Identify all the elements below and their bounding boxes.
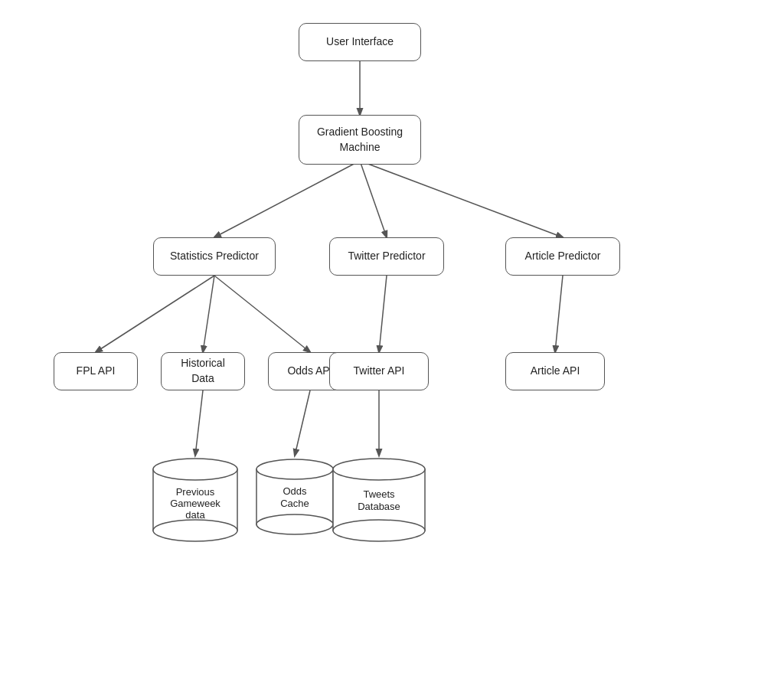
user-interface-node: User Interface [299,23,421,61]
svg-line-6 [214,276,310,352]
gbm-node: Gradient Boosting Machine [299,115,421,165]
svg-text:data: data [185,509,205,521]
prev-gameweek-svg: Previous Gameweek data [149,456,241,547]
svg-line-4 [96,276,214,352]
svg-text:Tweets: Tweets [363,488,395,500]
svg-point-24 [333,459,425,480]
svg-point-14 [153,520,237,541]
tweets-database-cylinder: Tweets Database [329,456,429,547]
svg-line-10 [295,390,310,456]
svg-text:Odds: Odds [283,485,307,497]
connector-lines [0,0,784,676]
svg-line-1 [214,161,360,237]
svg-text:Database: Database [358,501,400,512]
svg-text:Cache: Cache [280,498,309,509]
svg-point-25 [333,520,425,541]
prev-gameweek-cylinder: Previous Gameweek data [149,456,241,547]
twitter-api-node: Twitter API [329,352,429,390]
article-predictor-node: Article Predictor [505,237,620,276]
svg-line-2 [360,161,387,237]
svg-point-13 [153,459,237,480]
svg-point-20 [256,514,333,534]
fpl-api-node: FPL API [54,352,138,390]
svg-line-5 [203,276,214,352]
odds-cache-svg: Odds Cache [253,456,337,540]
svg-text:Gameweek: Gameweek [170,498,220,509]
architecture-diagram: User Interface Gradient Boosting Machine… [0,0,784,676]
svg-point-19 [256,459,333,479]
stats-predictor-node: Statistics Predictor [153,237,276,276]
article-api-node: Article API [505,352,605,390]
tweets-db-svg: Tweets Database [329,456,429,547]
svg-line-7 [379,276,387,352]
svg-text:Previous: Previous [176,486,215,498]
svg-line-9 [195,390,203,456]
odds-cache-cylinder: Odds Cache [253,456,337,540]
twitter-predictor-node: Twitter Predictor [329,237,444,276]
svg-line-8 [555,276,563,352]
historical-data-node: Historical Data [161,352,245,390]
svg-line-3 [360,161,563,237]
